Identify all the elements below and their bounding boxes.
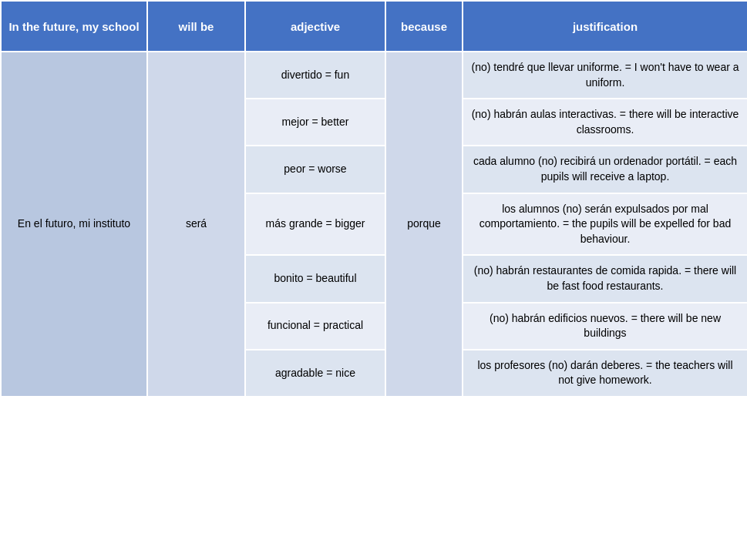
justification-cell: los alumnos (no) serán expulsados por ma… <box>463 193 747 256</box>
justification-cell: los profesores (no) darán deberes. = the… <box>463 350 747 397</box>
adjective-cell: funcional = practical <box>245 303 385 350</box>
adjective-cell: divertido = fun <box>245 52 385 99</box>
header-col3: adjective <box>245 1 385 52</box>
header-col4: because <box>385 1 463 52</box>
justification-cell: (no) habrán aulas interactivas. = there … <box>463 99 747 146</box>
adjective-cell: agradable = nice <box>245 350 385 397</box>
adjective-cell: bonito = beautiful <box>245 255 385 302</box>
justification-cell: (no) habrán restaurantes de comida rapid… <box>463 255 747 302</box>
main-left-cell: En el futuro, mi instituto <box>1 52 147 397</box>
adjective-cell: más grande = bigger <box>245 193 385 256</box>
adjective-cell: mejor = better <box>245 99 385 146</box>
justification-cell: (no) habrán edificios nuevos. = there wi… <box>463 303 747 350</box>
because-cell: porque <box>385 52 463 397</box>
justification-cell: (no) tendré que llevar uniforme. = I won… <box>463 52 747 99</box>
adjective-cell: peor = worse <box>245 146 385 193</box>
header-col2: will be <box>147 1 245 52</box>
header-col5: justification <box>463 1 747 52</box>
header-col1: In the future, my school <box>1 1 147 52</box>
justification-cell: cada alumno (no) recibirá un ordenador p… <box>463 146 747 193</box>
will-be-cell: será <box>147 52 245 397</box>
